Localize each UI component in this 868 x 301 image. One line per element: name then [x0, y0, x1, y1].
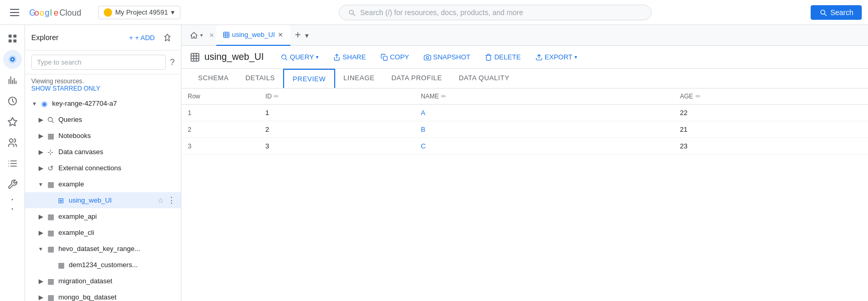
project-selector[interactable]: My Project 49591 ▾: [98, 6, 180, 19]
star-mongo-bq-button[interactable]: ☆: [156, 292, 165, 302]
add-button[interactable]: + + ADD: [126, 32, 158, 44]
cell-id-1: 1: [259, 105, 414, 121]
snapshot-button[interactable]: SNAPSHOT: [418, 50, 477, 64]
tree-item-queries[interactable]: ▶ Queries ⋮: [25, 111, 181, 128]
tree-toggle-example-api[interactable]: ▶: [35, 211, 46, 222]
tab-data-quality[interactable]: DATA QUALITY: [450, 69, 518, 88]
pin-panel-button[interactable]: [160, 30, 175, 45]
tree-toggle-example-cli[interactable]: ▶: [35, 228, 46, 238]
tab-schema[interactable]: SCHEMA: [190, 69, 237, 88]
tree-item-example[interactable]: ▾ ▦ example ☆ ⋮: [25, 176, 181, 192]
more-migration-button[interactable]: ⋮: [166, 275, 177, 287]
star-example-api-button[interactable]: ☆: [156, 211, 165, 222]
star-migration-button[interactable]: ☆: [156, 276, 165, 286]
tree-item-dem1234-customers[interactable]: ▶ ▦ dem1234_customers... ☆ ⋮: [25, 257, 181, 273]
cell-id-3: 3: [259, 138, 414, 155]
tree-toggle-key-range[interactable]: ▾: [29, 98, 40, 109]
more-example-cli-button[interactable]: ⋮: [166, 227, 177, 239]
example-cli-icon: ▦: [46, 228, 55, 237]
star-example-button[interactable]: ☆: [156, 179, 165, 190]
more-notebooks-button[interactable]: ⋮: [166, 130, 177, 142]
query-button[interactable]: QUERY ▾: [274, 50, 325, 64]
more-using-web-ui-button[interactable]: ⋮: [166, 194, 177, 206]
more-external-connections-button[interactable]: ⋮: [166, 162, 177, 174]
star-key-range-button[interactable]: ☆: [156, 98, 165, 109]
tab-add-button[interactable]: +: [290, 28, 305, 43]
svg-point-13: [11, 58, 13, 60]
export-button[interactable]: EXPORT ▾: [529, 50, 583, 64]
more-queries-button[interactable]: ⋮: [166, 114, 177, 126]
tree-item-mongo-bq[interactable]: ▶ ▦ mongo_bq_dataset ☆ ⋮: [25, 289, 181, 301]
nav-icon-analytics[interactable]: [3, 71, 22, 90]
tab-separator-x: ✕: [209, 32, 214, 39]
tree-toggle-mongo-bq[interactable]: ▶: [35, 292, 46, 302]
show-starred-button[interactable]: SHOW STARRED ONLY: [31, 85, 100, 92]
pin-icon: [163, 33, 172, 42]
tree-item-migration-dataset[interactable]: ▶ ▦ migration_dataset ☆ ⋮: [25, 273, 181, 289]
star-dem1234-button[interactable]: ☆: [156, 260, 165, 270]
tree-item-external-connections[interactable]: ▶ ↺ External connections ⋮: [25, 160, 181, 176]
nav-icon-history[interactable]: [3, 92, 22, 110]
tree-toggle-notebooks[interactable]: ▶: [35, 131, 46, 141]
tab-close-using-web-ui[interactable]: ✕: [277, 30, 284, 40]
tree-item-data-canvases[interactable]: ▶ ⊹ Data canvases ⋮: [25, 144, 181, 160]
id-col-edit-icon[interactable]: ✏: [274, 93, 279, 100]
wrench-icon: [7, 179, 18, 190]
more-hevo-dataset-button[interactable]: ⋮: [166, 243, 177, 255]
more-example-button[interactable]: ⋮: [166, 178, 177, 190]
star-hevo-dataset-button[interactable]: ☆: [156, 244, 165, 254]
tree-toggle-hevo-dataset[interactable]: ▾: [35, 244, 46, 254]
tree-toggle-data-canvases[interactable]: ▶: [35, 147, 46, 157]
tab-using-web-ui[interactable]: using_web_UI ✕: [216, 25, 290, 46]
tab-data-profile[interactable]: DATA PROFILE: [383, 69, 450, 88]
explorer-actions: + + ADD: [126, 30, 175, 45]
google-cloud-logo[interactable]: G o o g l e Cloud: [29, 7, 92, 18]
tab-lineage[interactable]: LINEAGE: [335, 69, 383, 88]
nav-icon-list[interactable]: [3, 154, 22, 173]
star-using-web-ui-button[interactable]: ☆: [156, 195, 165, 206]
more-example-api-button[interactable]: ⋮: [166, 210, 177, 222]
hamburger-menu-button[interactable]: [6, 4, 23, 21]
table-row-2: 2 2 B 21: [181, 121, 868, 138]
tree-item-using-web-ui[interactable]: ▶ ⊞ using_web_UI ☆ ⋮: [25, 192, 181, 208]
svg-point-19: [282, 55, 286, 59]
share-button[interactable]: SHARE: [327, 50, 372, 64]
tree-toggle-queries[interactable]: ▶: [35, 115, 46, 125]
col-header-name: NAME ✏: [414, 89, 674, 105]
tree-item-example-api[interactable]: ▶ ▦ example_api ☆ ⋮: [25, 208, 181, 224]
nav-icon-bigquery[interactable]: [3, 50, 22, 69]
tree-toggle-example[interactable]: ▾: [35, 179, 46, 190]
mongo-bq-icon: ▦: [46, 293, 55, 302]
delete-icon: [485, 54, 492, 61]
more-dem1234-button[interactable]: ⋮: [166, 259, 177, 271]
tab-dropdown-button[interactable]: ▾: [305, 31, 309, 40]
name-col-edit-icon[interactable]: ✏: [441, 93, 446, 100]
tab-preview[interactable]: PREVIEW: [283, 69, 335, 88]
search-bar-icon: [348, 8, 356, 17]
tree-item-example-cli[interactable]: ▶ ▦ example_cli ☆ ⋮: [25, 224, 181, 241]
nav-icon-people[interactable]: [3, 133, 22, 152]
tree-item-hevo-dataset[interactable]: ▾ ▦ hevo_dataset_key_range... ☆ ⋮: [25, 241, 181, 257]
home-tab[interactable]: ▾: [186, 25, 207, 46]
tree-toggle-external-connections[interactable]: ▶: [35, 163, 46, 173]
star-example-cli-button[interactable]: ☆: [156, 228, 165, 238]
more-key-range-button[interactable]: ⋮: [166, 97, 177, 109]
tab-details[interactable]: DETAILS: [237, 69, 284, 88]
help-icon[interactable]: ?: [170, 58, 175, 67]
tree-item-notebooks[interactable]: ▶ ▦ Notebooks ⋮: [25, 128, 181, 144]
age-col-edit-icon[interactable]: ✏: [695, 93, 701, 100]
tree-toggle-migration[interactable]: ▶: [35, 276, 46, 286]
nav-icon-star[interactable]: [3, 112, 22, 131]
global-search-input[interactable]: [360, 8, 643, 17]
delete-button[interactable]: DELETE: [479, 50, 527, 64]
search-button[interactable]: Search: [811, 5, 862, 20]
copy-button[interactable]: COPY: [374, 50, 415, 64]
main-layout: ● ● Explorer + + ADD ? Viewing: [0, 25, 868, 301]
sidebar-search-input[interactable]: [31, 55, 166, 70]
export-label: EXPORT: [545, 53, 572, 61]
nav-icon-wrench[interactable]: [3, 175, 22, 194]
nav-icon-grid[interactable]: [3, 29, 22, 48]
more-data-canvases-button[interactable]: ⋮: [166, 146, 177, 158]
tree-item-key-range[interactable]: ▾ ◉ key-range-427704-a7 ☆ ⋮: [25, 95, 181, 111]
more-mongo-bq-button[interactable]: ⋮: [166, 291, 177, 301]
